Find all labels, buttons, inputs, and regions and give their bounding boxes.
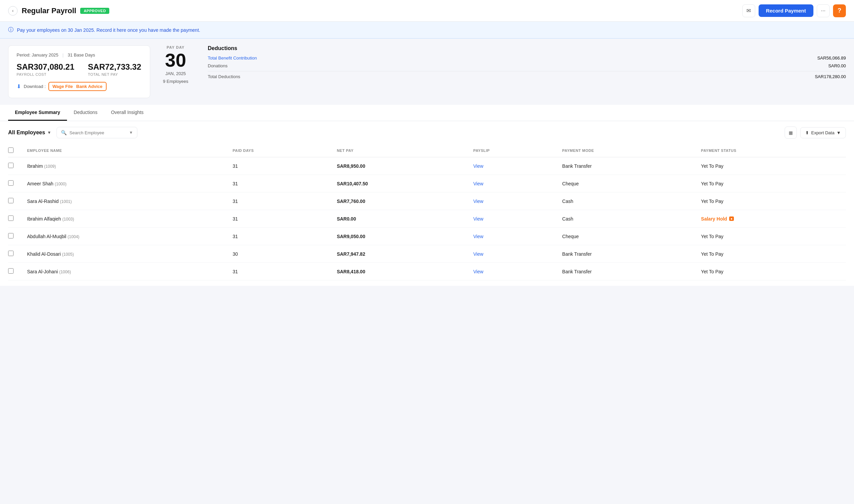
checkbox-row-0[interactable] — [8, 163, 14, 168]
all-employees-dropdown[interactable]: All Employees ▼ — [8, 129, 51, 136]
payment-status-6: Yet To Pay — [696, 263, 846, 281]
download-label: Download : — [24, 84, 46, 89]
row-checkbox-1 — [8, 175, 22, 193]
paid-days-1: 31 — [227, 175, 331, 193]
view-payslip-link-4[interactable]: View — [473, 234, 483, 239]
tab-deductions[interactable]: Deductions — [67, 105, 104, 121]
view-payslip-link-0[interactable]: View — [473, 163, 483, 169]
deduction-value-1: SAR0.00 — [828, 63, 846, 68]
employee-table: EMPLOYEE NAME PAID DAYS NET PAY PAYSLIP … — [8, 144, 846, 281]
row-checkbox-4 — [8, 228, 22, 245]
table-header: EMPLOYEE NAME PAID DAYS NET PAY PAYSLIP … — [8, 144, 846, 157]
checkbox-row-2[interactable] — [8, 198, 14, 203]
payment-mode-4: Cheque — [557, 228, 696, 245]
table-row: Ibrahim Alfaqieh (1003)31SAR0.00ViewCash… — [8, 210, 846, 228]
table-row: Khalid Al-Dosari (1005)30SAR7,947.82View… — [8, 245, 846, 263]
employee-name-4: Abdullah Al-Muqbil (1004) — [22, 228, 227, 245]
deductions-title: Deductions — [208, 45, 846, 51]
info-banner: ⓘ Pay your employees on 30 Jan 2025. Rec… — [0, 22, 854, 39]
table-row: Ibrahim (1009)31SAR8,950.00ViewBank Tran… — [8, 157, 846, 175]
paid-days-6: 31 — [227, 263, 331, 281]
payday-month: JAN, 2025 — [157, 71, 194, 76]
salary-hold-3: Salary Hold ● — [701, 216, 840, 221]
back-button[interactable]: ‹ — [8, 6, 18, 16]
search-dropdown-arrow: ▼ — [129, 130, 133, 135]
page-title: Regular Payroll — [22, 6, 76, 15]
search-box[interactable]: 🔍 ▼ — [56, 127, 137, 138]
net-pay-5: SAR7,947.82 — [331, 245, 468, 263]
payslip-4: View — [468, 228, 557, 245]
deductions-block: Deductions Total Benefit Contribution SA… — [208, 45, 846, 98]
view-payslip-link-2[interactable]: View — [473, 199, 483, 204]
view-payslip-link-6[interactable]: View — [473, 269, 483, 274]
summary-section: Period: January 2025 | 31 Base Days SAR3… — [0, 39, 854, 105]
message-button[interactable]: ✉ — [742, 4, 755, 17]
payroll-cost-value: SAR307,080.21 — [17, 62, 74, 72]
row-checkbox-5 — [8, 245, 22, 263]
tab-employee-summary[interactable]: Employee Summary — [8, 105, 67, 121]
more-button[interactable]: ··· — [817, 4, 830, 17]
amounts-row: SAR307,080.21 PAYROLL COST SAR72,733.32 … — [17, 62, 142, 76]
net-pay-1: SAR10,407.50 — [331, 175, 468, 193]
paid-days-5: 30 — [227, 245, 331, 263]
paid-days-3: 31 — [227, 210, 331, 228]
th-payment-status: PAYMENT STATUS — [696, 144, 846, 157]
table-row: Abdullah Al-Muqbil (1004)31SAR9,050.00Vi… — [8, 228, 846, 245]
net-pay-4: SAR9,050.00 — [331, 228, 468, 245]
checkbox-row-3[interactable] — [8, 215, 14, 221]
payday-number: 30 — [157, 51, 194, 70]
deduction-row-2: Total Deductions SAR178,280.00 — [208, 74, 846, 79]
th-employee-name: EMPLOYEE NAME — [22, 144, 227, 157]
checkbox-row-5[interactable] — [8, 251, 14, 256]
view-payslip-link-3[interactable]: View — [473, 216, 483, 221]
download-row: ⬇ Download : Wage File Bank Advice — [17, 82, 142, 91]
payday-deductions: PAY DAY 30 JAN, 2025 9 Employees Deducti… — [157, 45, 846, 98]
total-net-pay-label: TOTAL NET PAY — [88, 72, 141, 76]
th-paid-days: PAID DAYS — [227, 144, 331, 157]
table-body: Ibrahim (1009)31SAR8,950.00ViewBank Tran… — [8, 157, 846, 281]
payslip-0: View — [468, 157, 557, 175]
checkbox-row-1[interactable] — [8, 180, 14, 186]
payday-employees: 9 Employees — [157, 79, 194, 84]
view-payslip-link-5[interactable]: View — [473, 251, 483, 257]
deduction-value-0: SAR56,066.89 — [817, 55, 846, 60]
deduction-value-2: SAR178,280.00 — [815, 74, 846, 79]
export-data-button[interactable]: ⬆ Export Data ▼ — [800, 127, 846, 138]
payslip-5: View — [468, 245, 557, 263]
payment-mode-0: Bank Transfer — [557, 157, 696, 175]
payment-status-4: Yet To Pay — [696, 228, 846, 245]
record-payment-button[interactable]: Record Payment — [759, 4, 813, 17]
payment-status-0: Yet To Pay — [696, 157, 846, 175]
chevron-down-icon: ▼ — [47, 130, 51, 135]
select-all-checkbox[interactable] — [8, 147, 14, 153]
period-card: Period: January 2025 | 31 Base Days SAR3… — [8, 45, 150, 98]
row-checkbox-2 — [8, 193, 22, 210]
download-icon: ⬇ — [17, 83, 21, 90]
employee-name-6: Sara Al-Johani (1006) — [22, 263, 227, 281]
search-input[interactable] — [69, 130, 126, 135]
deduction-row-1: Donations SAR0.00 — [208, 63, 846, 68]
paid-days-0: 31 — [227, 157, 331, 175]
payslip-6: View — [468, 263, 557, 281]
header-row: EMPLOYEE NAME PAID DAYS NET PAY PAYSLIP … — [8, 144, 846, 157]
help-button[interactable]: ? — [833, 4, 846, 17]
filter-button[interactable]: ▦ — [785, 126, 797, 139]
table-row: Sara Al-Johani (1006)31SAR8,418.00ViewBa… — [8, 263, 846, 281]
payment-mode-3: Cash — [557, 210, 696, 228]
info-icon: ⓘ — [8, 26, 14, 34]
payroll-cost-block: SAR307,080.21 PAYROLL COST — [17, 62, 74, 76]
th-checkbox — [8, 144, 22, 157]
checkbox-row-4[interactable] — [8, 233, 14, 238]
table-row: Ameer Shah (1000)31SAR10,407.50ViewChequ… — [8, 175, 846, 193]
tab-overall-insights[interactable]: Overall Insights — [104, 105, 150, 121]
table-toolbar: All Employees ▼ 🔍 ▼ ▦ ⬆ Export Data ▼ — [8, 126, 846, 139]
wage-file-link[interactable]: Wage File — [52, 84, 73, 89]
checkbox-row-6[interactable] — [8, 268, 14, 274]
employee-name-2: Sara Al-Rashid (1001) — [22, 193, 227, 210]
view-payslip-link-1[interactable]: View — [473, 181, 483, 186]
filter-icon: ▦ — [789, 130, 793, 135]
payment-status-2: Yet To Pay — [696, 193, 846, 210]
bank-advice-link[interactable]: Bank Advice — [76, 84, 103, 89]
table-row: Sara Al-Rashid (1001)31SAR7,760.00ViewCa… — [8, 193, 846, 210]
export-label: Export Data — [811, 130, 834, 135]
